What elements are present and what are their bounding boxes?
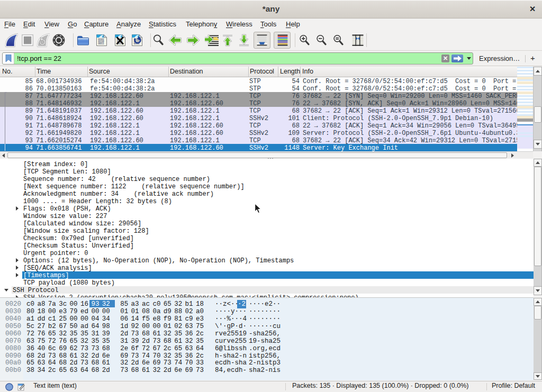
svg-text:0011: 0011 (98, 42, 104, 45)
